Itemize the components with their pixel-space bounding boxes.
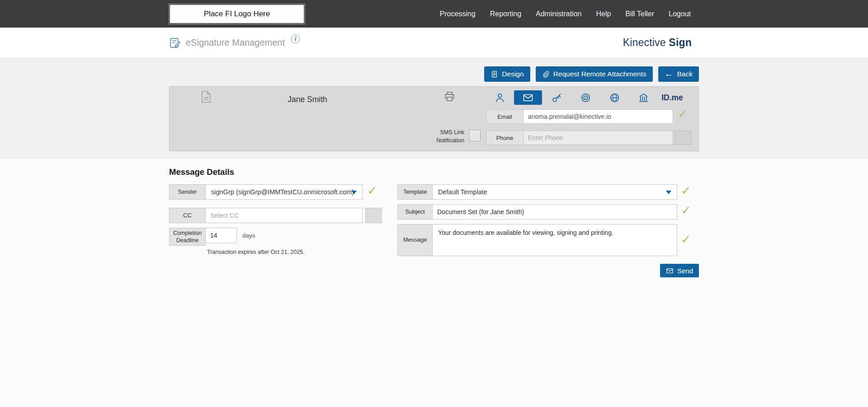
message-details-heading: Message Details: [169, 167, 699, 177]
sms-link-notification-checkbox[interactable]: [469, 130, 481, 141]
chevron-down-icon: [351, 191, 357, 194]
fi-logo-placeholder: Place FI Logo Here: [169, 4, 305, 24]
back-button-label: Back: [677, 70, 693, 78]
nav-processing[interactable]: Processing: [440, 10, 476, 18]
nav-help[interactable]: Help: [596, 10, 611, 18]
brand-name: Kinective: [623, 37, 666, 48]
nav-user-bill-teller[interactable]: Bill Teller: [625, 10, 654, 18]
idme-logo: ID.me: [661, 93, 683, 103]
phone-field-label: Phone: [486, 131, 524, 145]
back-arrow-icon: ←: [665, 69, 674, 78]
sender-valid-checkmark: ✓: [367, 183, 377, 198]
nav-reporting[interactable]: Reporting: [490, 10, 521, 18]
globe-delivery-icon[interactable]: [600, 90, 629, 105]
phone-input[interactable]: [523, 131, 673, 145]
template-dropdown[interactable]: Default Template: [432, 184, 677, 200]
phone-disabled-box: [675, 131, 692, 145]
subject-valid-checkmark: ✓: [681, 203, 691, 218]
template-dropdown-value: Default Template: [438, 188, 487, 196]
template-label: Template: [397, 184, 433, 200]
cc-input[interactable]: [205, 208, 363, 223]
request-remote-attachments-button[interactable]: Request Remote Attachments: [536, 66, 653, 82]
message-label: Message: [397, 224, 433, 256]
template-valid-checkmark: ✓: [681, 183, 691, 198]
email-valid-checkmark: ✓: [678, 107, 688, 121]
email-field-label: Email: [486, 109, 524, 124]
completion-deadline-input[interactable]: [205, 228, 237, 243]
action-toolbar: Design Request Remote Attachments ← Back: [169, 58, 699, 82]
design-button-label: Design: [502, 70, 524, 78]
nav-administration[interactable]: Administration: [536, 10, 581, 18]
completion-deadline-label: Completion Deadline: [169, 228, 206, 246]
cc-disabled-box: [365, 208, 382, 223]
transaction-expiry-note: Transaction expires after Oct 21, 2025.: [207, 249, 305, 255]
sender-label: Sender: [169, 184, 206, 200]
email-delivery-icon[interactable]: [514, 90, 542, 105]
bank-delivery-icon[interactable]: [629, 90, 658, 105]
request-remote-attachments-label: Request Remote Attachments: [553, 70, 646, 78]
subject-input[interactable]: [432, 204, 677, 220]
brand-logo: Kinective Sign: [623, 37, 692, 49]
info-icon[interactable]: i: [291, 35, 300, 43]
recipient-name: Jane Smith: [262, 93, 353, 106]
delivery-method-icons: ID.me: [485, 90, 687, 105]
printer-icon[interactable]: [443, 90, 456, 103]
esignature-icon: [169, 37, 181, 49]
content-top-band: Design Request Remote Attachments ← Back…: [0, 58, 868, 159]
top-nav: Processing Reporting Administration Help…: [440, 10, 691, 18]
target-delivery-icon[interactable]: [571, 90, 600, 105]
nav-logout[interactable]: Logout: [669, 10, 691, 18]
document-thumbnail-icon: [201, 91, 211, 103]
in-person-delivery-icon[interactable]: [485, 90, 514, 105]
message-valid-checkmark: ✓: [681, 232, 691, 247]
page-title: eSignature Management: [186, 37, 285, 48]
sender-dropdown-value: signGrp (signGrp@IMMTestCU.onmicrosoft.c…: [211, 188, 354, 196]
send-button[interactable]: Send: [660, 264, 699, 277]
back-button[interactable]: ← Back: [658, 66, 699, 82]
recipient-card: Jane Smith: [169, 86, 699, 151]
cc-label: CC: [169, 208, 206, 223]
app-header: eSignature Management i Kinective Sign: [0, 28, 868, 58]
message-details-form: Sender signGrp (signGrp@IMMTestCU.onmicr…: [169, 184, 699, 293]
brand-product: Sign: [669, 37, 692, 48]
deadline-days-unit: days: [242, 228, 255, 243]
email-input[interactable]: [523, 109, 673, 124]
sender-dropdown[interactable]: signGrp (signGrp@IMMTestCU.onmicrosoft.c…: [205, 184, 363, 200]
send-button-label: Send: [677, 267, 693, 275]
fi-logo-text: Place FI Logo Here: [204, 9, 270, 19]
idme-delivery-option[interactable]: ID.me: [658, 90, 687, 105]
send-envelope-icon: [666, 267, 674, 275]
design-document-icon: [491, 70, 498, 78]
paperclip-icon: [542, 70, 550, 78]
message-details-section: Message Details Sender signGrp (signGrp@…: [0, 167, 868, 293]
sms-link-notification-label: SMS Link Notification: [425, 129, 464, 145]
design-button[interactable]: Design: [484, 66, 530, 82]
top-bar: Place FI Logo Here Processing Reporting …: [0, 0, 868, 28]
message-textarea[interactable]: Your documents are available for viewing…: [432, 224, 677, 256]
chevron-down-icon: [666, 191, 671, 194]
subject-label: Subject: [397, 204, 433, 220]
key-delivery-icon[interactable]: [542, 90, 571, 105]
